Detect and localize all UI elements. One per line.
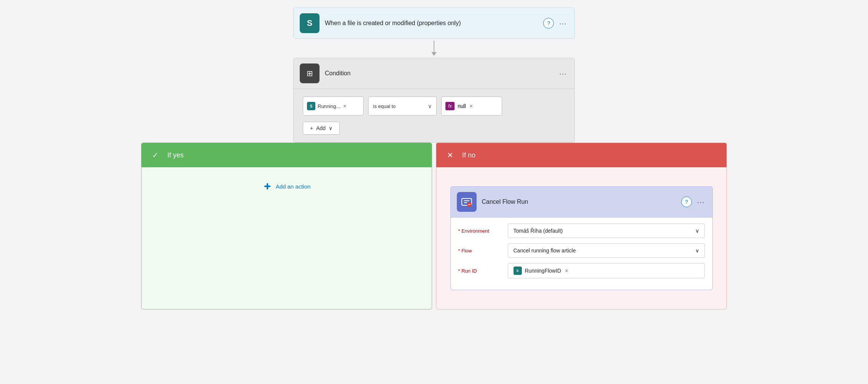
- token-close-button[interactable]: ×: [342, 103, 347, 109]
- run-id-close-icon: ×: [565, 268, 568, 274]
- cancel-flow-run-card: Cancel Flow Run ? ···: [450, 186, 713, 290]
- flow-field-row: * Flow Cancel running flow article ∨: [458, 243, 705, 258]
- add-action-yes-button[interactable]: Add an action: [258, 179, 316, 194]
- branch-no-header: ✕ If no: [436, 143, 727, 167]
- value-close-button[interactable]: ×: [469, 103, 474, 109]
- trigger-card: S When a file is created or modified (pr…: [293, 8, 575, 39]
- token-letter: S: [310, 104, 313, 108]
- flow-value-text: Cancel running flow article: [513, 248, 576, 254]
- close-icon-2: ×: [470, 103, 473, 109]
- check-icon: ✓: [152, 151, 159, 160]
- token-badge: S Running... ×: [307, 102, 347, 110]
- close-icon: ×: [343, 103, 346, 109]
- condition-icon: ⊞: [300, 63, 320, 83]
- trigger-more-button[interactable]: ···: [558, 18, 568, 29]
- condition-title: Condition: [325, 70, 558, 77]
- condition-body: S Running... × is equal to ∨: [294, 89, 574, 142]
- run-id-token-label: RunningFlowID: [525, 268, 561, 274]
- fx-label: fx: [448, 103, 451, 109]
- branch-no: ✕ If no: [436, 143, 727, 309]
- svg-rect-1: [267, 183, 268, 189]
- branch-yes: ✓ If yes Add an action: [141, 143, 432, 309]
- run-id-label: * Run ID: [458, 268, 508, 274]
- condition-more-icon: ···: [559, 69, 567, 78]
- environment-value-text: Tomáš Říha (default): [513, 228, 563, 234]
- cancel-more-button[interactable]: ···: [696, 197, 706, 207]
- trigger-title: When a file is created or modified (prop…: [325, 20, 543, 27]
- cancel-card-header: Cancel Flow Run ? ···: [451, 187, 712, 217]
- trigger-icon: S: [300, 13, 320, 33]
- condition-header: ⊞ Condition ···: [294, 58, 574, 89]
- add-label: Add: [316, 125, 326, 131]
- branch-no-body: Cancel Flow Run ? ···: [436, 167, 727, 309]
- run-id-value[interactable]: S RunningFlowID ×: [508, 263, 705, 278]
- trigger-icon-letter: S: [307, 18, 313, 28]
- flow-label: * Flow: [458, 248, 508, 254]
- chevron-down-icon: ∨: [428, 103, 432, 109]
- environment-label: * Environment: [458, 228, 508, 234]
- flow-chevron-icon: ∨: [695, 248, 699, 254]
- chevron-down-icon-2: ∨: [329, 125, 332, 131]
- arrow-line: [434, 41, 434, 52]
- branch-no-title: If no: [462, 151, 475, 159]
- cancel-flow-icon: [457, 192, 477, 212]
- branch-yes-title: If yes: [167, 151, 184, 159]
- token-label: Running...: [318, 103, 340, 109]
- condition-card: ⊞ Condition ··· S Running...: [293, 58, 575, 143]
- branch-yes-header: ✓ If yes: [141, 143, 432, 167]
- cancel-help-button[interactable]: ?: [681, 197, 692, 207]
- canvas: S When a file is created or modified (pr…: [0, 0, 868, 384]
- run-id-token-letter: S: [516, 269, 518, 273]
- trigger-actions: ? ···: [543, 18, 568, 29]
- trigger-help-button[interactable]: ?: [543, 18, 554, 29]
- branch-check-icon: ✓: [148, 148, 162, 162]
- cancel-help-icon: ?: [685, 199, 688, 205]
- run-id-field-row: * Run ID S RunningFlowID ×: [458, 263, 705, 278]
- environment-value[interactable]: Tomáš Říha (default) ∨: [508, 224, 705, 238]
- condition-actions: ···: [558, 68, 568, 79]
- value-input[interactable]: fx null ×: [441, 97, 502, 116]
- branches-row: ✓ If yes Add an action: [141, 143, 727, 309]
- operator-label: is equal to: [373, 103, 424, 109]
- run-id-token-close[interactable]: ×: [564, 268, 569, 274]
- environment-field-row: * Environment Tomáš Říha (default) ∨: [458, 224, 705, 238]
- add-button[interactable]: + Add ∨: [303, 122, 340, 135]
- plus-icon: +: [310, 125, 313, 131]
- condition-icon-symbol: ⊞: [307, 69, 313, 78]
- cancel-card-title: Cancel Flow Run: [482, 198, 681, 205]
- branch-x-icon: ✕: [443, 148, 457, 162]
- more-icon: ···: [559, 19, 567, 28]
- x-icon: ✕: [447, 151, 453, 160]
- condition-more-button[interactable]: ···: [558, 68, 568, 79]
- run-id-token-icon: S: [513, 267, 522, 275]
- token-input[interactable]: S Running... ×: [303, 97, 364, 116]
- add-action-label: Add an action: [276, 183, 311, 190]
- value-text: null: [458, 103, 466, 109]
- arrow-head: [431, 52, 437, 56]
- token-sp-icon: S: [307, 102, 315, 110]
- cancel-more-icon: ···: [697, 198, 705, 206]
- flow-value[interactable]: Cancel running flow article ∨: [508, 243, 705, 258]
- arrow-connector-1: [431, 39, 437, 58]
- fx-icon: fx: [445, 102, 455, 110]
- environment-chevron-icon: ∨: [695, 228, 699, 234]
- cancel-card-actions: ? ···: [681, 197, 706, 207]
- branch-yes-body: Add an action: [141, 167, 432, 205]
- cancel-card-body: * Environment Tomáš Říha (default) ∨ * F…: [451, 217, 712, 290]
- operator-select[interactable]: is equal to ∨: [368, 97, 437, 116]
- add-action-icon: [263, 182, 272, 191]
- help-icon: ?: [547, 20, 550, 26]
- condition-row: S Running... × is equal to ∨: [303, 97, 565, 116]
